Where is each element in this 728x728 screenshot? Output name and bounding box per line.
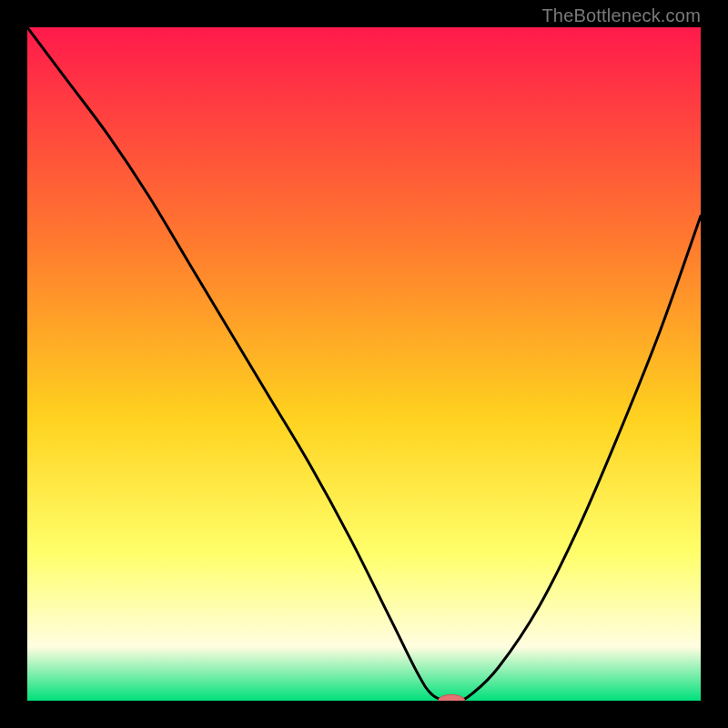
gradient-background [27, 27, 701, 701]
plot-area [27, 27, 701, 701]
watermark-text: TheBottleneck.com [541, 5, 701, 26]
chart-frame: TheBottleneck.com [0, 0, 728, 728]
bottleneck-chart [27, 27, 701, 701]
